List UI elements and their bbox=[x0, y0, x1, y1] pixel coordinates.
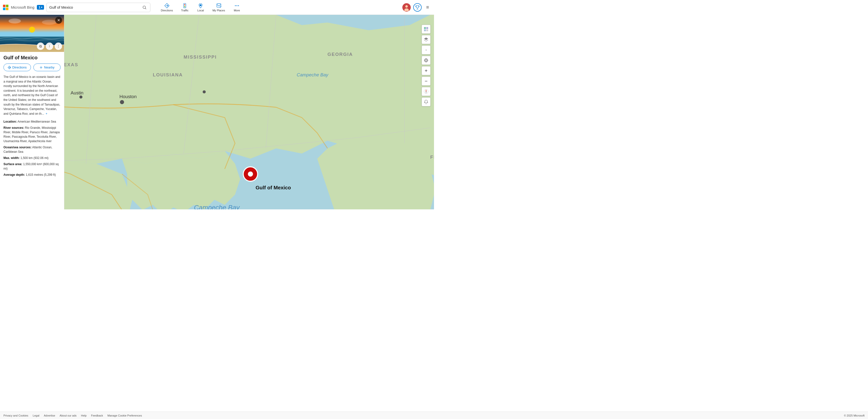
nav-item-my-places[interactable]: My Places bbox=[209, 1, 228, 13]
more-icon bbox=[234, 3, 240, 8]
svg-point-101 bbox=[248, 171, 253, 177]
svg-text:MISSISSIPPI: MISSISSIPPI bbox=[184, 54, 217, 60]
svg-point-10 bbox=[200, 4, 202, 6]
my-location-button[interactable] bbox=[422, 56, 431, 65]
rewards-icon[interactable] bbox=[413, 3, 422, 11]
share-image-button[interactable]: ↑ bbox=[46, 42, 53, 50]
directions-button[interactable]: Directions bbox=[3, 64, 31, 71]
svg-text:Gulf of Mexico: Gulf of Mexico bbox=[255, 185, 291, 190]
copy-image-button[interactable]: ⧉ bbox=[37, 42, 44, 50]
svg-rect-1 bbox=[6, 5, 8, 7]
svg-point-12 bbox=[235, 5, 236, 6]
map-area[interactable]: Austin San Antonio Houston Monterrey Sal… bbox=[64, 15, 434, 210]
svg-rect-2 bbox=[3, 8, 5, 10]
svg-text:Campeche Bay: Campeche Bay bbox=[297, 72, 329, 77]
river-row: River sources: Rio Grande, Mississippi R… bbox=[3, 126, 61, 143]
svg-point-108 bbox=[424, 59, 428, 62]
nav-item-directions[interactable]: Directions bbox=[157, 1, 176, 13]
svg-text:Austin: Austin bbox=[71, 90, 84, 95]
directions-icon bbox=[164, 3, 169, 8]
bell-icon bbox=[424, 100, 428, 104]
svg-rect-0 bbox=[3, 5, 5, 7]
more-link[interactable]: + bbox=[45, 112, 47, 116]
user-avatar[interactable] bbox=[402, 3, 411, 11]
search-icon bbox=[142, 5, 147, 10]
location-row: Location: American Mediterranean Sea bbox=[3, 119, 61, 124]
nav-icons: Directions Traffic Local bbox=[157, 1, 244, 13]
svg-point-14 bbox=[238, 5, 239, 6]
svg-point-26 bbox=[40, 66, 42, 68]
svg-rect-3 bbox=[6, 8, 8, 10]
svg-text:Houston: Houston bbox=[119, 94, 137, 99]
more-image-button[interactable]: ⋮ bbox=[55, 42, 62, 50]
compass-icon bbox=[424, 89, 429, 94]
bing-logo: Microsoft Bing bbox=[3, 5, 34, 10]
svg-point-38 bbox=[120, 100, 124, 104]
ocean-row: Ocean/sea sources: Atlantic Ocean, Carib… bbox=[3, 145, 61, 154]
close-panel-button[interactable]: ✕ bbox=[55, 17, 62, 24]
svg-rect-20 bbox=[0, 15, 64, 37]
directions-btn-icon bbox=[8, 66, 11, 69]
svg-rect-105 bbox=[424, 29, 426, 31]
nearby-button[interactable]: Nearby bbox=[33, 64, 61, 71]
microsoft-logo-icon bbox=[3, 5, 8, 10]
svg-point-21 bbox=[29, 27, 35, 33]
map-controls: › + − bbox=[422, 25, 431, 106]
svg-point-13 bbox=[237, 5, 238, 6]
svg-point-7 bbox=[184, 4, 185, 5]
location-icon bbox=[424, 58, 429, 63]
svg-marker-114 bbox=[426, 90, 426, 92]
layers-icon bbox=[424, 37, 429, 42]
bing-wordmark: Microsoft Bing bbox=[11, 5, 34, 9]
svg-point-25 bbox=[41, 67, 42, 68]
panel-content: Gulf of Mexico Directions Nearby bbox=[0, 52, 64, 182]
nearby-btn-icon bbox=[39, 66, 43, 69]
zoom-out-button[interactable]: − bbox=[422, 77, 431, 86]
svg-point-8 bbox=[184, 5, 185, 6]
svg-point-9 bbox=[184, 6, 185, 7]
nav-item-traffic[interactable]: Traffic bbox=[177, 1, 192, 13]
svg-point-23 bbox=[42, 20, 57, 25]
nav-local-label: Local bbox=[197, 9, 204, 12]
search-bar[interactable] bbox=[46, 3, 150, 12]
svg-text:GEORGIA: GEORGIA bbox=[328, 52, 353, 57]
my-places-icon bbox=[216, 3, 222, 8]
traffic-icon bbox=[182, 3, 187, 8]
trophy-icon bbox=[415, 5, 420, 10]
search-input[interactable] bbox=[49, 5, 141, 9]
search-button[interactable] bbox=[141, 4, 148, 11]
notification-button[interactable] bbox=[422, 97, 431, 106]
map-style-button[interactable] bbox=[422, 25, 431, 34]
image-actions: ⧉ ↑ ⋮ bbox=[37, 42, 62, 50]
svg-rect-106 bbox=[426, 29, 428, 31]
nav-more-label: More bbox=[234, 9, 240, 12]
svg-rect-11 bbox=[217, 3, 221, 7]
action-buttons: Directions Nearby bbox=[3, 64, 61, 71]
svg-point-36 bbox=[80, 95, 82, 98]
place-image: ✕ ⧉ ↑ ⋮ bbox=[0, 15, 64, 52]
header: Microsoft Bing 1 ▾ Directions bbox=[0, 0, 434, 15]
tab-badge[interactable]: 1 ▾ bbox=[37, 5, 44, 10]
svg-line-5 bbox=[146, 8, 146, 9]
main-content: ✕ ⧉ ↑ ⋮ Gulf of Mexico Directions bbox=[0, 15, 434, 210]
width-row: Max. width: 1,500 km (932.06 mi) bbox=[3, 156, 61, 160]
compass-button[interactable] bbox=[422, 87, 431, 96]
local-icon bbox=[198, 3, 203, 8]
svg-text:LOUISIANA: LOUISIANA bbox=[153, 72, 183, 77]
map-chevron-button[interactable]: › bbox=[422, 45, 431, 54]
left-panel: ✕ ⧉ ↑ ⋮ Gulf of Mexico Directions bbox=[0, 15, 64, 210]
nav-item-more[interactable]: More bbox=[229, 1, 244, 13]
zoom-in-button[interactable]: + bbox=[422, 66, 431, 75]
area-row: Surface area: 1,550,000 km² (600,000 sq … bbox=[3, 162, 61, 171]
avatar-image bbox=[403, 4, 410, 11]
nav-item-local[interactable]: Local bbox=[193, 1, 208, 13]
nav-myplaces-label: My Places bbox=[212, 9, 225, 12]
map-layers-button[interactable] bbox=[422, 35, 431, 44]
info-section: Location: American Mediterranean Sea Riv… bbox=[3, 119, 61, 177]
depth-row: Average depth: 1,615 metres (5,299 ft) bbox=[3, 172, 61, 177]
svg-text:Campeche Bay: Campeche Bay bbox=[194, 204, 240, 210]
svg-marker-115 bbox=[426, 92, 426, 93]
place-description: The Gulf of Mexico is an oceanic basin a… bbox=[3, 75, 61, 116]
hamburger-menu[interactable]: ≡ bbox=[424, 3, 431, 11]
map-style-icon bbox=[424, 27, 429, 32]
